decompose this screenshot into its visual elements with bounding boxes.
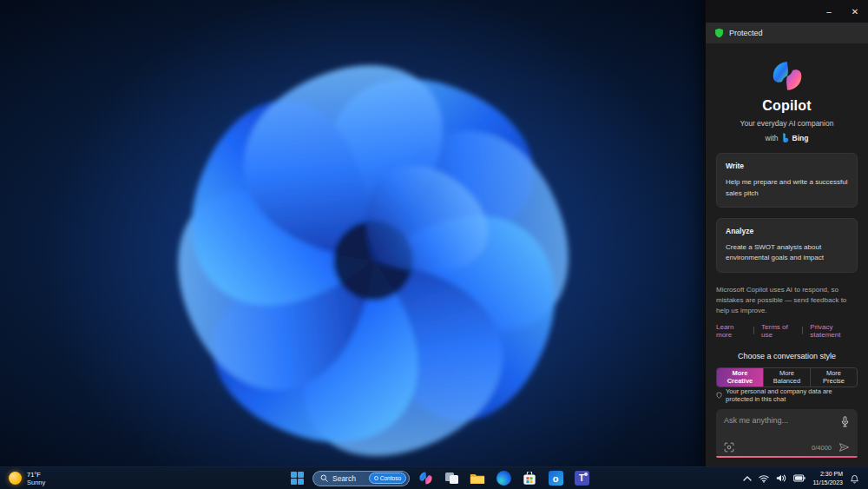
microphone-icon[interactable] [840,416,850,427]
send-icon[interactable] [838,442,850,453]
clock[interactable]: 2:30 PM 11/15/2023 [812,470,843,486]
suggestion-category: Analyze [726,227,848,235]
desktop: – ✕ Protected Copilot Your everyday AI c… [0,0,868,489]
ask-input[interactable] [724,416,840,425]
search-box[interactable]: Search Contoso [312,471,410,486]
search-label: Search [332,474,365,483]
wifi-icon[interactable] [759,474,769,483]
suggestion-card-write[interactable]: Write Help me prepare and write a succes… [716,153,858,208]
contoso-badge-label: Contoso [380,475,401,481]
outlook-icon: o [549,471,563,486]
bing-label: Bing [792,134,809,142]
suggestion-text: Help me prepare and write a successful s… [726,177,848,199]
char-counter: 0/4000 [812,444,832,452]
task-view-icon [445,472,458,484]
copilot-body: Copilot Your everyday AI companion with … [706,43,868,466]
protected-label: Protected [729,29,763,37]
shield-icon [714,28,724,38]
microsoft-store-button[interactable] [519,468,540,489]
system-tray: 2:30 PM 11/15/2023 [743,470,868,486]
battery-icon[interactable] [793,474,806,482]
learn-more-link[interactable]: Learn more [716,323,746,339]
edge-icon [496,471,511,486]
bell-icon[interactable] [850,473,859,484]
taskbar-copilot-button[interactable] [415,468,436,489]
taskbar-center: Search Contoso [286,467,592,489]
input-accent-underline [716,456,858,458]
windows-logo-icon [291,472,304,485]
add-screenshot-icon[interactable] [724,442,734,453]
task-view-button[interactable] [441,468,462,489]
clock-time: 2:30 PM [820,470,843,478]
start-button[interactable] [286,468,307,489]
ai-disclaimer: Microsoft Copilot uses AI to respond, so… [716,285,858,316]
microsoft-store-icon [523,472,536,486]
weather-condition: Sunny [27,479,45,486]
teams-icon: T [575,471,589,486]
terms-of-use-link[interactable]: Terms of use [761,323,795,339]
contoso-badge[interactable]: Contoso [369,472,406,484]
with-bing-line: with Bing [765,133,808,142]
privacy-note: Your personal and company data are prote… [716,387,858,403]
style-more-creative[interactable]: More Creative [717,368,763,387]
copilot-subtitle: Your everyday AI companion [740,119,834,128]
suggestion-card-analyze[interactable]: Analyze Create a SWOT analysis about env… [716,218,858,273]
minimize-button[interactable]: – [816,0,842,23]
legal-links: Learn more Terms of use Privacy statemen… [716,323,858,339]
contoso-logo-icon [374,476,378,480]
chat-input-area: Your personal and company data are prote… [716,387,858,458]
privacy-note-text: Your personal and company data are prote… [726,387,858,403]
clock-date: 11/15/2023 [812,479,843,486]
teams-button[interactable]: T [571,468,592,489]
sunny-weather-icon [9,472,22,485]
link-divider [753,327,754,334]
taskbar: 71°F Sunny Search Contoso [0,466,868,489]
privacy-statement-link[interactable]: Privacy statement [810,323,858,339]
copilot-logo-icon [768,59,806,93]
style-more-precise[interactable]: More Precise [810,368,857,387]
search-icon [320,474,328,482]
with-prefix: with [765,134,778,142]
suggestion-text: Create a SWOT analysis about environment… [726,242,848,264]
copilot-title: Copilot [762,98,812,114]
weather-widget[interactable]: 71°F Sunny [0,471,45,486]
conversation-style-selector: More Creative More Balanced More Precise [716,367,858,387]
chevron-up-icon[interactable] [743,476,752,481]
edge-button[interactable] [493,468,514,489]
file-explorer-icon [470,472,485,485]
weather-temperature: 71°F [27,471,45,479]
protected-banner: Protected [706,23,868,43]
chat-input-box[interactable]: 0/4000 [716,409,858,458]
copilot-titlebar: – ✕ [706,0,868,23]
shield-outline-icon [716,391,722,400]
style-more-balanced[interactable]: More Balanced [763,368,810,387]
link-divider [802,327,803,334]
conversation-style-title: Choose a conversation style [738,352,836,360]
close-button[interactable]: ✕ [842,0,868,23]
speaker-icon[interactable] [776,473,786,483]
file-explorer-button[interactable] [467,468,488,489]
bing-icon [782,133,789,142]
suggestion-category: Write [726,162,848,170]
copilot-icon [418,471,433,486]
outlook-button[interactable]: o [545,468,566,489]
copilot-panel: – ✕ Protected Copilot Your everyday AI c… [705,0,868,466]
